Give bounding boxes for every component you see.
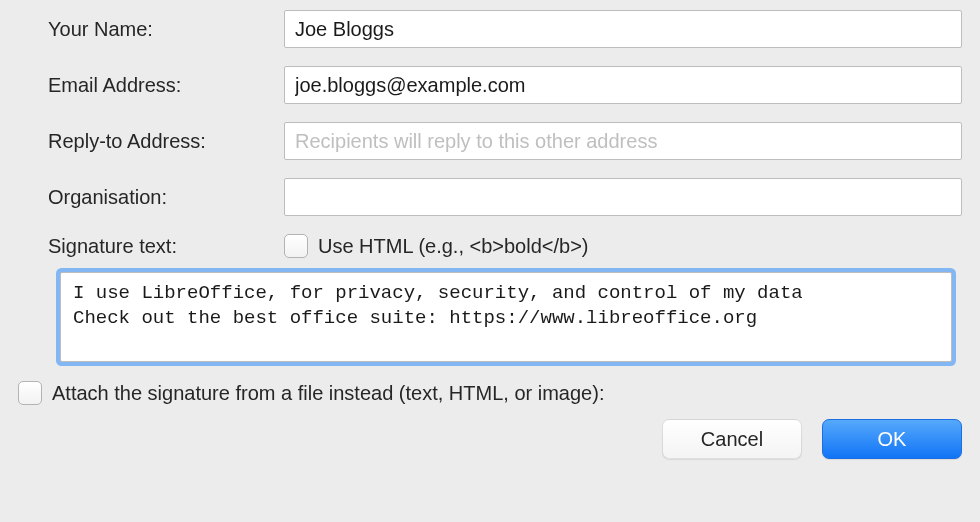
checkbox-use-html[interactable]: [284, 234, 308, 258]
label-organisation: Organisation:: [18, 186, 284, 209]
cancel-button[interactable]: Cancel: [662, 419, 802, 459]
row-organisation: Organisation:: [18, 178, 962, 216]
label-signature: Signature text:: [18, 235, 284, 258]
dialog-buttons: Cancel OK: [0, 419, 980, 471]
row-email: Email Address:: [18, 66, 962, 104]
label-attach-from-file: Attach the signature from a file instead…: [52, 382, 604, 405]
row-attach-from-file: Attach the signature from a file instead…: [18, 381, 962, 405]
account-form: Your Name: Email Address: Reply-to Addre…: [0, 0, 980, 258]
input-reply-to[interactable]: [284, 122, 962, 160]
checkbox-attach-from-file[interactable]: [18, 381, 42, 405]
input-your-name[interactable]: [284, 10, 962, 48]
label-reply-to: Reply-to Address:: [18, 130, 284, 153]
row-your-name: Your Name:: [18, 10, 962, 48]
textarea-signature[interactable]: [60, 272, 952, 362]
row-reply-to: Reply-to Address:: [18, 122, 962, 160]
label-your-name: Your Name:: [18, 18, 284, 41]
label-use-html: Use HTML (e.g., <b>bold</b>): [318, 235, 589, 258]
ok-button[interactable]: OK: [822, 419, 962, 459]
label-email: Email Address:: [18, 74, 284, 97]
input-organisation[interactable]: [284, 178, 962, 216]
signature-wrap: [60, 272, 952, 367]
input-email[interactable]: [284, 66, 962, 104]
row-signature-header: Signature text: Use HTML (e.g., <b>bold<…: [18, 234, 962, 258]
